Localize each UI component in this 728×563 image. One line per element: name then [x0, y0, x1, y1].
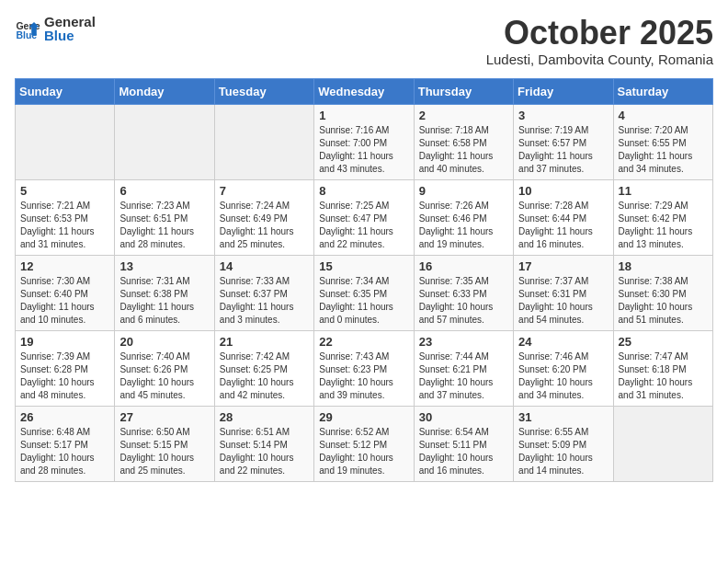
calendar-cell: 1Sunrise: 7:16 AM Sunset: 7:00 PM Daylig… — [314, 104, 414, 179]
day-number: 7 — [220, 184, 309, 198]
day-number: 25 — [619, 335, 708, 349]
day-number: 30 — [419, 410, 508, 424]
day-info: Sunrise: 7:40 AM Sunset: 6:26 PM Dayligh… — [119, 350, 209, 402]
calendar-cell: 6Sunrise: 7:23 AM Sunset: 6:51 PM Daylig… — [115, 179, 214, 255]
calendar-cell: 4Sunrise: 7:20 AM Sunset: 6:55 PM Daylig… — [613, 104, 712, 179]
day-info: Sunrise: 7:28 AM Sunset: 6:44 PM Dayligh… — [518, 200, 608, 251]
day-number: 18 — [619, 259, 708, 273]
day-info: Sunrise: 7:23 AM Sunset: 6:51 PM Dayligh… — [119, 200, 209, 251]
day-info: Sunrise: 7:18 AM Sunset: 6:58 PM Dayligh… — [419, 124, 508, 176]
calendar-cell: 14Sunrise: 7:33 AM Sunset: 6:37 PM Dayli… — [214, 255, 313, 330]
day-number: 16 — [419, 259, 508, 273]
day-info: Sunrise: 7:34 AM Sunset: 6:35 PM Dayligh… — [319, 275, 408, 327]
day-info: Sunrise: 7:16 AM Sunset: 7:00 PM Dayligh… — [319, 124, 408, 176]
logo-general: General — [44, 15, 96, 29]
day-number: 1 — [319, 109, 408, 122]
calendar-cell: 5Sunrise: 7:21 AM Sunset: 6:53 PM Daylig… — [16, 179, 115, 255]
day-number: 2 — [419, 109, 508, 122]
day-info: Sunrise: 6:51 AM Sunset: 5:14 PM Dayligh… — [220, 426, 309, 477]
calendar-cell: 10Sunrise: 7:28 AM Sunset: 6:44 PM Dayli… — [514, 179, 613, 255]
day-info: Sunrise: 7:30 AM Sunset: 6:40 PM Dayligh… — [20, 275, 109, 327]
day-info: Sunrise: 7:33 AM Sunset: 6:37 PM Dayligh… — [220, 275, 309, 327]
calendar-cell — [214, 104, 313, 179]
day-number: 23 — [419, 335, 508, 349]
day-number: 28 — [220, 410, 309, 424]
calendar-cell: 12Sunrise: 7:30 AM Sunset: 6:40 PM Dayli… — [16, 255, 115, 330]
calendar-cell: 17Sunrise: 7:37 AM Sunset: 6:31 PM Dayli… — [514, 255, 613, 330]
day-number: 19 — [20, 335, 109, 349]
day-info: Sunrise: 7:35 AM Sunset: 6:33 PM Dayligh… — [419, 275, 508, 327]
calendar-header-row: SundayMondayTuesdayWednesdayThursdayFrid… — [16, 78, 713, 104]
day-info: Sunrise: 7:44 AM Sunset: 6:21 PM Dayligh… — [419, 350, 508, 402]
calendar-cell: 20Sunrise: 7:40 AM Sunset: 6:26 PM Dayli… — [115, 330, 214, 406]
page-header: General Blue General Blue October 2025 L… — [15, 15, 713, 67]
day-number: 5 — [20, 184, 109, 198]
calendar-cell: 7Sunrise: 7:24 AM Sunset: 6:49 PM Daylig… — [214, 179, 313, 255]
day-info: Sunrise: 7:42 AM Sunset: 6:25 PM Dayligh… — [220, 350, 309, 402]
calendar-cell: 31Sunrise: 6:55 AM Sunset: 5:09 PM Dayli… — [514, 406, 613, 481]
day-info: Sunrise: 7:46 AM Sunset: 6:20 PM Dayligh… — [518, 350, 608, 402]
day-number: 6 — [119, 184, 209, 198]
day-info: Sunrise: 7:29 AM Sunset: 6:42 PM Dayligh… — [619, 200, 708, 251]
calendar-cell: 22Sunrise: 7:43 AM Sunset: 6:23 PM Dayli… — [314, 330, 414, 406]
day-info: Sunrise: 7:24 AM Sunset: 6:49 PM Dayligh… — [220, 200, 309, 251]
day-info: Sunrise: 7:47 AM Sunset: 6:18 PM Dayligh… — [619, 350, 708, 402]
calendar-cell: 23Sunrise: 7:44 AM Sunset: 6:21 PM Dayli… — [414, 330, 513, 406]
day-info: Sunrise: 7:25 AM Sunset: 6:47 PM Dayligh… — [319, 200, 408, 251]
calendar-cell: 18Sunrise: 7:38 AM Sunset: 6:30 PM Dayli… — [613, 255, 712, 330]
calendar-table: SundayMondayTuesdayWednesdayThursdayFrid… — [15, 78, 713, 482]
day-header-monday: Monday — [115, 78, 214, 104]
calendar-week-3: 12Sunrise: 7:30 AM Sunset: 6:40 PM Dayli… — [16, 255, 713, 330]
calendar-cell: 13Sunrise: 7:31 AM Sunset: 6:38 PM Dayli… — [115, 255, 214, 330]
logo-icon: General Blue — [15, 16, 40, 41]
calendar-cell: 15Sunrise: 7:34 AM Sunset: 6:35 PM Dayli… — [314, 255, 414, 330]
day-info: Sunrise: 7:37 AM Sunset: 6:31 PM Dayligh… — [518, 275, 608, 327]
day-info: Sunrise: 7:31 AM Sunset: 6:38 PM Dayligh… — [119, 275, 209, 327]
calendar-week-2: 5Sunrise: 7:21 AM Sunset: 6:53 PM Daylig… — [16, 179, 713, 255]
day-header-wednesday: Wednesday — [314, 78, 414, 104]
day-info: Sunrise: 7:43 AM Sunset: 6:23 PM Dayligh… — [319, 350, 408, 402]
day-header-saturday: Saturday — [613, 78, 712, 104]
day-number: 14 — [220, 259, 309, 273]
day-info: Sunrise: 6:50 AM Sunset: 5:15 PM Dayligh… — [119, 426, 209, 477]
day-number: 13 — [119, 259, 209, 273]
calendar-cell: 8Sunrise: 7:25 AM Sunset: 6:47 PM Daylig… — [314, 179, 414, 255]
location-title: Ludesti, Dambovita County, Romania — [486, 52, 713, 67]
day-info: Sunrise: 7:39 AM Sunset: 6:28 PM Dayligh… — [20, 350, 109, 402]
calendar-cell: 29Sunrise: 6:52 AM Sunset: 5:12 PM Dayli… — [314, 406, 414, 481]
month-title: October 2025 — [486, 15, 713, 52]
day-number: 4 — [619, 109, 708, 122]
day-number: 8 — [319, 184, 408, 198]
day-header-sunday: Sunday — [16, 78, 115, 104]
calendar-week-4: 19Sunrise: 7:39 AM Sunset: 6:28 PM Dayli… — [16, 330, 713, 406]
calendar-cell — [16, 104, 115, 179]
calendar-cell: 26Sunrise: 6:48 AM Sunset: 5:17 PM Dayli… — [16, 406, 115, 481]
day-number: 15 — [319, 259, 408, 273]
day-number: 31 — [518, 410, 608, 424]
calendar-cell: 3Sunrise: 7:19 AM Sunset: 6:57 PM Daylig… — [514, 104, 613, 179]
calendar-cell: 16Sunrise: 7:35 AM Sunset: 6:33 PM Dayli… — [414, 255, 513, 330]
logo-blue: Blue — [44, 29, 96, 42]
day-info: Sunrise: 7:26 AM Sunset: 6:46 PM Dayligh… — [419, 200, 508, 251]
calendar-cell: 11Sunrise: 7:29 AM Sunset: 6:42 PM Dayli… — [613, 179, 712, 255]
day-info: Sunrise: 7:19 AM Sunset: 6:57 PM Dayligh… — [518, 124, 608, 176]
day-info: Sunrise: 6:54 AM Sunset: 5:11 PM Dayligh… — [419, 426, 508, 477]
calendar-cell: 21Sunrise: 7:42 AM Sunset: 6:25 PM Dayli… — [214, 330, 313, 406]
title-block: October 2025 Ludesti, Dambovita County, … — [486, 15, 713, 67]
day-header-tuesday: Tuesday — [214, 78, 313, 104]
day-info: Sunrise: 7:21 AM Sunset: 6:53 PM Dayligh… — [20, 200, 109, 251]
day-number: 24 — [518, 335, 608, 349]
calendar-week-1: 1Sunrise: 7:16 AM Sunset: 7:00 PM Daylig… — [16, 104, 713, 179]
calendar-cell: 28Sunrise: 6:51 AM Sunset: 5:14 PM Dayli… — [214, 406, 313, 481]
day-number: 11 — [619, 184, 708, 198]
day-info: Sunrise: 7:38 AM Sunset: 6:30 PM Dayligh… — [619, 275, 708, 327]
day-number: 22 — [319, 335, 408, 349]
logo: General Blue General Blue — [15, 15, 96, 42]
calendar-week-5: 26Sunrise: 6:48 AM Sunset: 5:17 PM Dayli… — [16, 406, 713, 481]
calendar-cell: 9Sunrise: 7:26 AM Sunset: 6:46 PM Daylig… — [414, 179, 513, 255]
day-info: Sunrise: 7:20 AM Sunset: 6:55 PM Dayligh… — [619, 124, 708, 176]
day-number: 29 — [319, 410, 408, 424]
day-number: 17 — [518, 259, 608, 273]
calendar-cell: 25Sunrise: 7:47 AM Sunset: 6:18 PM Dayli… — [613, 330, 712, 406]
day-info: Sunrise: 6:55 AM Sunset: 5:09 PM Dayligh… — [518, 426, 608, 477]
